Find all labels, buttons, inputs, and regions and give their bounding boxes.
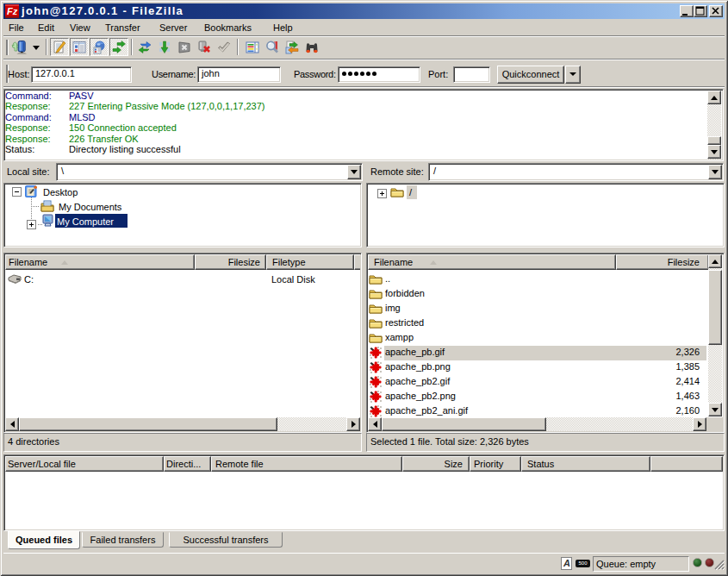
- svg-text:Fz: Fz: [7, 6, 18, 16]
